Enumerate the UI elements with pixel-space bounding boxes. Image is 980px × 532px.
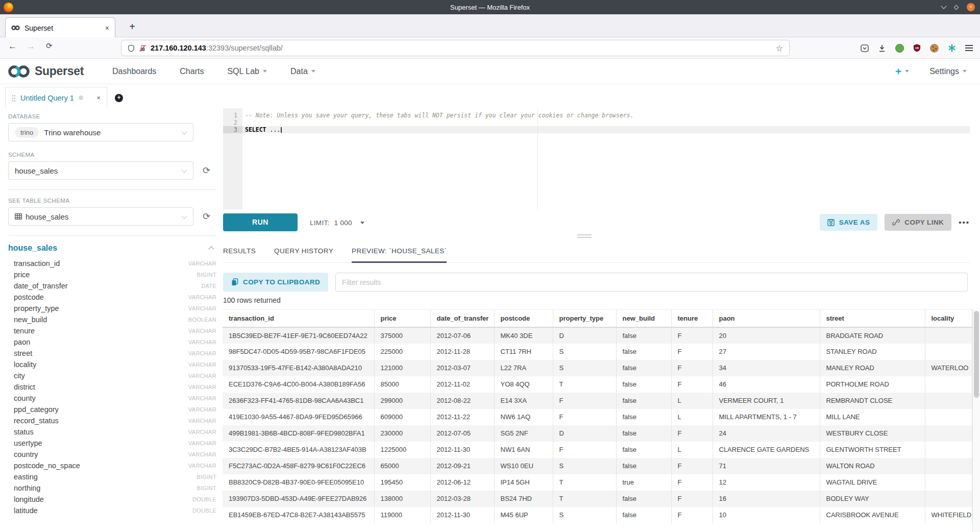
column-name: price [8,271,30,279]
column-header[interactable]: tenure [671,310,713,327]
table-row: 91370533-19F5-47FE-B142-A380A8ADA2101210… [223,360,972,376]
more-actions-button[interactable]: ••• [959,218,970,227]
table-schema-heading[interactable]: house_sales [8,244,57,253]
schema-column-row: latitudeDOUBLE [8,505,216,516]
download-icon[interactable] [878,44,886,52]
scrollbar-thumb[interactable] [974,311,979,398]
column-name: record_status [8,417,59,425]
column-type: VARCHAR [188,406,216,413]
results-tab-results[interactable]: RESULTS [223,244,256,262]
table-cell: false [616,393,671,409]
drag-handle-icon[interactable] [12,94,16,102]
query-tab[interactable]: Untitled Query 1 × [5,87,107,108]
table-select[interactable]: house_sales [8,207,193,226]
column-header[interactable]: price [374,310,430,327]
add-query-tab-button[interactable]: + [115,94,123,102]
table-cell: false [616,327,671,344]
column-name: status [8,428,34,436]
refresh-table-icon[interactable]: ⟳ [203,212,210,221]
column-name: new_build [8,316,47,324]
column-header[interactable]: property_type [553,310,616,327]
run-toolbar: RUN LIMIT: 1 000 SAVE AS [223,212,970,233]
limit-dropdown[interactable]: LIMIT: 1 000 [310,212,364,233]
nav-item-dashboards[interactable]: Dashboards [112,67,156,76]
filter-results-input[interactable] [335,273,968,292]
table-cell: F [671,507,713,523]
table-cell: NW1 6AN [494,442,553,458]
column-type: VARCHAR [188,361,216,368]
editor-line [242,119,970,126]
table-cell: 2012-03-07 [430,360,494,376]
superset-brand[interactable]: Superset [8,64,84,78]
browser-tab[interactable]: Superset × [5,17,115,38]
nav-item-charts[interactable]: Charts [180,67,204,76]
table-cell: CLARENCE GATE GARDENS [713,442,820,458]
table-row: 3C3C29DC-B7B2-4BE5-914A-A38123AF403B1225… [223,442,972,458]
table-cell: S [553,360,616,376]
column-type: DATE [201,283,216,289]
bookmark-star-icon[interactable]: ☆ [776,43,783,53]
settings-menu[interactable]: Settings [929,67,967,76]
collapse-chevron-icon[interactable] [208,246,214,252]
column-name: latitude [8,506,38,515]
insecure-lock-icon[interactable] [139,44,146,52]
window-maximize-icon[interactable] [954,5,959,10]
results-tab-query-history[interactable]: QUERY HISTORY [274,244,333,262]
column-header[interactable]: postcode [494,310,553,327]
window-title: Superset — Mozilla Firefox [450,4,530,11]
results-table: transaction_idpricedate_of_transferpostc… [223,309,972,523]
nav-item-data[interactable]: Data [290,67,315,76]
nav-item-sql-lab[interactable]: SQL Lab [227,67,267,76]
table-cell: 119000 [374,507,430,523]
run-button[interactable]: RUN [223,213,298,231]
ublock-origin-icon[interactable]: U0 [913,44,921,52]
table-cell: false [616,458,671,474]
results-tab-preview[interactable]: PREVIEW: `HOUSE_SALES` [352,244,447,262]
reload-button[interactable]: ⟳ [46,41,53,51]
refresh-schema-icon[interactable]: ⟳ [203,166,210,175]
shield-icon[interactable] [128,44,135,52]
extension-monkey-icon[interactable] [895,44,904,53]
copy-link-button[interactable]: COPY LINK [885,214,951,231]
table-row: 98F5DC47-0D05-4D59-95B7-98CA6F1FDE052250… [223,344,972,360]
table-cell: T [553,474,616,491]
save-icon [827,219,835,226]
column-header[interactable]: paon [713,310,820,327]
editor-print-margin [537,108,538,209]
sql-editor[interactable]: 123 -- Note: Unless you save your query,… [223,108,970,209]
table-cell: WALTON ROAD [820,458,925,474]
menu-icon[interactable] [965,45,973,51]
pocket-icon[interactable] [861,44,869,52]
schema-select[interactable]: house_sales [8,161,193,180]
window-minimize-icon[interactable] [941,3,946,9]
results-scrollbar[interactable] [972,309,980,532]
column-header[interactable]: new_build [616,310,671,327]
column-type: BIGINT [197,485,216,491]
column-name: street [8,349,32,357]
column-header[interactable]: street [820,310,925,327]
query-tab-close-icon[interactable]: × [96,94,101,102]
browser-new-tab-button[interactable]: + [124,19,140,35]
editor-code-area: -- Note: Unless you save your query, the… [242,108,970,209]
table-cell [925,393,972,409]
schema-column-row: cityVARCHAR [8,370,216,381]
database-select[interactable]: trino Trino warehouse [8,123,193,141]
table-cell: 2012-11-30 [430,442,494,458]
copy-to-clipboard-button[interactable]: COPY TO CLIPBOARD [223,273,328,292]
column-type: VARCHAR [188,350,216,356]
forward-button[interactable]: → [27,41,35,52]
table-cell: 34 [713,360,820,376]
column-header[interactable]: date_of_transfer [430,310,494,327]
back-button[interactable]: ← [8,41,17,52]
save-as-button[interactable]: SAVE AS [820,214,878,231]
column-type: BIGINT [197,272,216,278]
column-header[interactable]: transaction_id [223,310,374,327]
column-header[interactable]: locality [925,310,972,327]
window-close-icon[interactable]: × [967,3,975,11]
browser-tab-close-icon[interactable]: × [105,24,109,32]
new-item-button[interactable]: + [895,65,909,78]
cookie-manager-icon[interactable] [930,44,939,53]
pane-resize-handle[interactable] [577,234,592,239]
extension-asterisk-icon[interactable] [948,44,956,52]
url-bar[interactable]: 217.160.120.143:32393/superset/sqllab/ ☆ [121,40,790,56]
